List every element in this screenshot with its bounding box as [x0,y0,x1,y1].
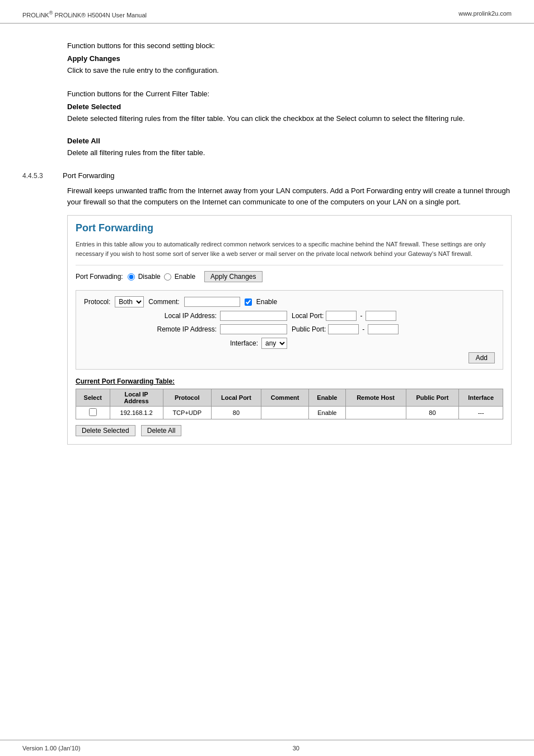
public-port-input2[interactable] [368,324,399,334]
row-checkbox[interactable] [89,408,97,416]
cell-local-port: 80 [211,407,261,419]
enable-checkbox[interactable] [245,298,252,306]
disable-radio[interactable] [128,273,135,281]
col-local-port: Local Port [211,389,261,407]
cell-comment [261,407,309,419]
comment-input[interactable] [184,297,240,307]
subsection-number: 4.4.5.3 [22,172,56,180]
comment-label: Comment: [148,298,179,306]
local-ip-label: Local IP Address: [165,312,217,320]
pf-description: Entries in this table allow you to autom… [76,240,503,258]
col-local-ip: Local IPAddress [110,389,163,407]
pf-table: Select Local IPAddress Protocol Local Po… [76,389,503,419]
cell-enable: Enable [309,407,346,419]
delete-selected-button[interactable]: Delete Selected [76,425,135,436]
col-remote-host: Remote Host [345,389,406,407]
block-apply-changes: Function buttons for this second setting… [67,40,512,76]
main-content: Function buttons for this second setting… [0,24,534,479]
header-left: PROLiNK® PROLiNK® H5004N User Manual [22,10,147,18]
delete-all-button[interactable]: Delete All [141,425,182,436]
radio-group: Disable Enable [128,273,195,281]
public-port-dash: - [362,325,364,333]
disable-label: Disable [138,273,161,281]
local-ip-input[interactable] [220,311,287,321]
block2-intro: Function buttons for the Current Filter … [67,88,512,100]
block3-description: Delete all filtering rules from the filt… [67,147,512,158]
subsection-title: Port Forwarding [63,171,114,180]
block-delete-all: Delete All Delete all filtering rules fr… [67,137,512,158]
block-delete-selected: Function buttons for the Current Filter … [67,88,512,124]
remote-ip-input[interactable] [220,324,287,334]
form-row-4: Interface: any [84,338,495,349]
table-title: Current Port Forwarding Table: [76,377,503,385]
block2-label: Delete Selected [67,102,512,111]
block1-intro: Function buttons for this second setting… [67,40,512,52]
cell-local-ip: 192.168.1.2 [110,407,163,419]
footer-center: 30 [293,745,299,752]
table-row: 192.168.1.2 TCP+UDP 80 Enable 80 --- [76,407,503,419]
form-row-1: Protocol: Both TCP UDP Comment: Enable [84,296,495,307]
block2-description: Delete selected filtering rules from the… [67,113,512,124]
public-port-input1[interactable] [328,324,359,334]
page-footer: Version 1.00 (Jan'10) 30 [0,740,534,756]
col-protocol: Protocol [163,389,211,407]
pf-top-bar: Port Forwading: Disable Enable Apply Cha… [76,265,503,282]
subsection-header: 4.4.5.3 Port Forwarding [22,171,512,180]
col-enable: Enable [309,389,346,407]
port-forwading-label: Port Forwading: [76,273,123,281]
enable-label: Enable [175,273,195,281]
header-right: www.prolink2u.com [458,10,512,18]
local-port-dash: - [360,312,362,320]
block1-description: Click to save the rule entry to the conf… [67,65,512,76]
cell-interface: --- [459,407,503,419]
bottom-buttons: Delete Selected Delete All [76,425,503,436]
cell-select[interactable] [76,407,110,419]
apply-changes-button[interactable]: Apply Changes [204,271,262,282]
col-public-port: Public Port [406,389,459,407]
block1-label: Apply Changes [67,54,512,63]
col-comment: Comment [261,389,309,407]
interface-select[interactable]: any [261,338,287,349]
cell-public-port: 80 [406,407,459,419]
protocol-label: Protocol: [84,298,110,306]
table-header-row: Select Local IPAddress Protocol Local Po… [76,389,503,407]
enable-checkbox-label: Enable [256,298,277,306]
block3-label: Delete All [67,137,512,145]
interface-label: Interface: [230,339,258,347]
section-body: Firewall keeps unwanted traffic from the… [67,185,512,445]
port-forwarding-box: Port Forwarding Entries in this table al… [67,215,512,445]
section-para1: Firewall keeps unwanted traffic from the… [67,185,512,207]
local-port-input1[interactable] [326,311,357,321]
form-section: Protocol: Both TCP UDP Comment: Enable L… [76,290,503,370]
form-row-3: Remote IP Address: Public Port: - [84,324,495,334]
add-button[interactable]: Add [469,352,495,363]
footer-left: Version 1.00 (Jan'10) [22,745,81,752]
table-section: Current Port Forwarding Table: Select Lo… [76,377,503,419]
enable-radio[interactable] [164,273,171,281]
local-port-input2[interactable] [366,311,396,321]
page-header: PROLiNK® PROLiNK® H5004N User Manual www… [0,0,534,24]
protocol-select[interactable]: Both TCP UDP [115,296,144,307]
cell-remote-host [345,407,406,419]
form-row-2: Local IP Address: Local Port: - [84,311,495,321]
remote-ip-label: Remote IP Address: [157,325,217,333]
local-port-label: Local Port: [292,312,324,320]
pf-title: Port Forwarding [76,222,503,234]
col-interface: Interface [459,389,503,407]
col-select: Select [76,389,110,407]
superscript: ® [49,10,53,16]
public-port-label: Public Port: [292,325,326,333]
cell-protocol: TCP+UDP [163,407,211,419]
add-btn-row: Add [84,352,495,363]
